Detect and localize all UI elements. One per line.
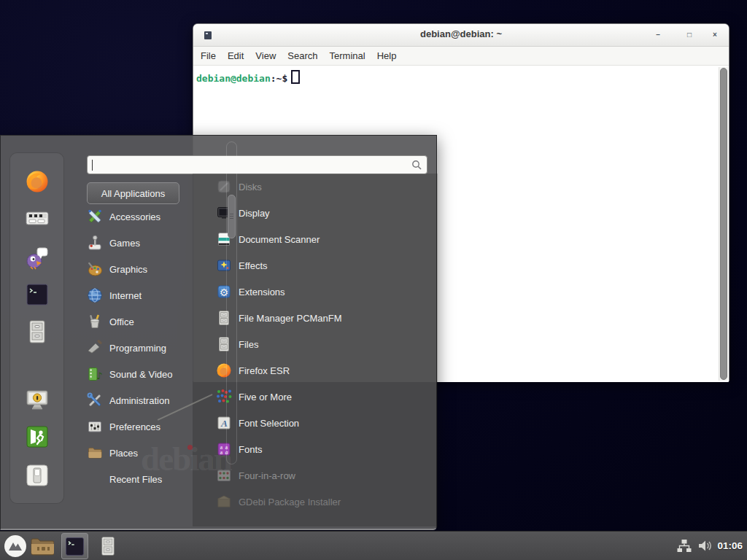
application-menu: All Applications Accessories Games Graph…: [0, 135, 437, 530]
network-icon[interactable]: [677, 540, 692, 553]
app-gdebi-package-installer[interactable]: GDebi Package Installer: [193, 489, 438, 515]
prompt-symbol: :~$: [271, 73, 287, 84]
keyboard-icon[interactable]: [25, 206, 50, 230]
accessories-icon: [87, 209, 103, 225]
taskbar-clock[interactable]: 01:06: [717, 540, 743, 551]
menu-terminal[interactable]: Terminal: [324, 50, 371, 61]
menu-help[interactable]: Help: [371, 50, 403, 61]
games-icon: [87, 235, 103, 251]
administration-icon: [87, 392, 103, 408]
text-caret: [92, 160, 93, 171]
apps-scrollbar-thumb[interactable]: [228, 195, 236, 238]
graphics-icon: [87, 261, 103, 277]
minimize-button[interactable]: –: [651, 29, 665, 41]
menu-button[interactable]: [4, 534, 27, 558]
favorites-panel: [9, 152, 64, 504]
app-four-in-a-row[interactable]: Four-in-a-row: [193, 462, 438, 489]
menu-view[interactable]: View: [249, 50, 282, 61]
category-office[interactable]: Office: [87, 308, 193, 335]
desktop-folder-icon[interactable]: [31, 537, 54, 556]
sound-video-icon: ♪: [87, 366, 103, 382]
office-icon: [87, 314, 103, 330]
menu-search[interactable]: Search: [282, 50, 323, 61]
category-programming[interactable]: Programming: [87, 335, 193, 361]
pidgin-icon[interactable]: [25, 245, 50, 270]
svg-text:♪: ♪: [96, 370, 102, 381]
close-button[interactable]: ×: [708, 29, 721, 41]
terminal-titlebar[interactable]: debian@debian: ~ – □ ×: [193, 24, 729, 47]
window-title: debian@debian: ~: [193, 28, 729, 39]
terminal-icon[interactable]: [25, 282, 50, 307]
search-icon: [411, 160, 422, 170]
category-accessories[interactable]: Accessories: [87, 203, 193, 230]
preferences-icon: [87, 419, 103, 435]
apps-scrollbar-track[interactable]: [226, 141, 237, 464]
search-box: [87, 155, 427, 174]
desktop: debian@debian: ~ – □ × File Edit View Se…: [0, 0, 747, 560]
file-manager-icon[interactable]: [25, 319, 50, 344]
taskbar: 01:06: [0, 531, 747, 560]
menu-edit[interactable]: Edit: [222, 50, 249, 61]
category-places[interactable]: Places: [87, 440, 193, 466]
category-graphics[interactable]: Graphics: [87, 256, 193, 282]
places-icon: [87, 445, 103, 461]
category-sound-video[interactable]: ♪ Sound & Video: [87, 361, 193, 387]
menu-search-input[interactable]: [92, 158, 409, 173]
category-list: Accessories Games Graphics Internet Offi…: [87, 203, 193, 492]
scrollbar-thumb[interactable]: [720, 68, 727, 380]
terminal-scrollbar[interactable]: [719, 67, 728, 381]
category-preferences[interactable]: Preferences: [87, 413, 193, 440]
shutdown-icon[interactable]: [25, 463, 50, 488]
category-internet[interactable]: Internet: [87, 282, 193, 308]
terminal-cursor: [291, 70, 300, 84]
programming-icon: [87, 340, 103, 356]
menu-file[interactable]: File: [195, 50, 222, 61]
recent-files-spacer: [87, 471, 103, 487]
volume-icon[interactable]: [697, 539, 712, 553]
category-games[interactable]: Games: [87, 230, 193, 256]
maximize-button[interactable]: □: [683, 29, 696, 41]
lock-screen-icon[interactable]: [25, 387, 50, 412]
all-applications-button[interactable]: All Applications: [87, 182, 179, 204]
gdebi-icon: [216, 494, 232, 510]
terminal-menubar: File Edit View Search Terminal Help: [193, 47, 729, 66]
firefox-icon[interactable]: [25, 169, 50, 194]
taskbar-terminal-button[interactable]: [61, 533, 88, 559]
prompt-user: debian@debian: [196, 73, 271, 84]
internet-icon: [87, 287, 103, 303]
four-in-a-row-icon: [216, 467, 232, 483]
logout-icon[interactable]: [25, 424, 50, 449]
category-recent-files[interactable]: Recent Files: [87, 466, 193, 492]
taskbar-files-button[interactable]: [98, 535, 118, 557]
